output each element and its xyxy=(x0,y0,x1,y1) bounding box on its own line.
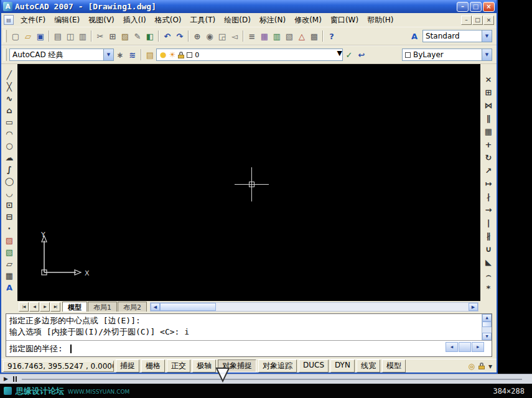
new-icon[interactable]: ▢ xyxy=(9,30,22,42)
zoom-realtime-icon[interactable]: ◉ xyxy=(203,30,216,42)
menu-help[interactable]: 帮助(H) xyxy=(363,14,398,27)
zoom-window-icon[interactable]: ◲ xyxy=(216,30,228,42)
menu-window[interactable]: 窗口(W) xyxy=(326,14,363,27)
offset-icon[interactable]: ∥ xyxy=(482,112,495,125)
tab-model[interactable]: 模型 xyxy=(62,302,87,312)
text-style-combo[interactable]: Standard ▼ xyxy=(422,30,492,42)
scrollbar-thumb[interactable] xyxy=(459,342,471,352)
menu-view[interactable]: 视图(V) xyxy=(84,14,119,27)
menu-file[interactable]: 文件(F) xyxy=(16,14,50,27)
menu-tools[interactable]: 工具(T) xyxy=(186,14,220,27)
combo-arrow-icon[interactable]: ▼ xyxy=(482,49,492,60)
menu-edit[interactable]: 编辑(E) xyxy=(50,14,84,27)
break-at-point-icon[interactable]: ∣ xyxy=(482,216,495,229)
publish-icon[interactable]: ▥ xyxy=(77,30,89,42)
menu-draw[interactable]: 绘图(D) xyxy=(220,14,255,27)
mirror-icon[interactable]: ⋈ xyxy=(482,99,495,112)
polyline-icon[interactable]: ∿ xyxy=(3,93,16,104)
stretch-icon[interactable]: ↦ xyxy=(482,177,495,190)
status-toggle-model[interactable]: 模型 xyxy=(382,359,406,373)
maximize-button[interactable]: □ xyxy=(470,2,482,12)
circle-icon[interactable]: ○ xyxy=(3,140,16,152)
arc-icon[interactable]: ◠ xyxy=(3,128,16,140)
copy-object-icon[interactable]: ⊞ xyxy=(482,86,495,99)
paste-icon[interactable]: ▨ xyxy=(119,30,131,42)
tab-layout2[interactable]: 布局2 xyxy=(118,302,147,312)
menu-dimension[interactable]: 标注(N) xyxy=(255,14,290,27)
open-icon[interactable]: ▱ xyxy=(22,30,34,42)
move-icon[interactable]: + xyxy=(482,138,495,151)
revision-cloud-icon[interactable]: ☁ xyxy=(3,152,16,164)
status-toggle-lwt[interactable]: 线宽 xyxy=(357,359,380,373)
command-window[interactable]: ▲ ▼ 指定正多边形的中心点或 [边(E)]:输入选项 [内接于圆(I)/外切于… xyxy=(6,313,492,357)
make-object-layer-current-icon[interactable]: ✓ xyxy=(343,49,355,61)
rotate-icon[interactable]: ↻ xyxy=(482,151,495,164)
scroll-left-icon[interactable]: ◀ xyxy=(446,342,458,352)
status-toggle-polar[interactable]: 极轴 xyxy=(192,359,216,373)
scale-icon[interactable]: ↗ xyxy=(482,164,495,177)
menu-insert[interactable]: 插入(I) xyxy=(119,14,151,27)
workspace-combo[interactable]: AutoCAD 经典 ▼ xyxy=(9,49,114,61)
status-toggle-snap[interactable]: 捕捉 xyxy=(116,359,139,373)
tab-scroll-last[interactable]: ▶| xyxy=(50,302,60,312)
fillet-icon[interactable]: ⌢ xyxy=(482,269,495,282)
join-icon[interactable]: ∪ xyxy=(482,243,495,256)
minimize-button[interactable]: – xyxy=(457,2,469,12)
table-icon[interactable]: ▦ xyxy=(3,270,16,282)
rectangle-icon[interactable]: ▭ xyxy=(3,116,16,128)
coordinates-display[interactable]: 916.7463, 395.5247 , 0.0000 xyxy=(3,361,114,372)
menu-format[interactable]: 格式(O) xyxy=(151,14,186,27)
layer-previous-icon[interactable]: ↩ xyxy=(355,49,368,61)
combo-arrow-icon[interactable]: ▼ xyxy=(482,30,492,42)
designcenter-icon[interactable]: ▦ xyxy=(258,30,271,42)
layer-on-bulb-icon[interactable]: ● xyxy=(160,51,166,58)
canvas-horizontal-scrollbar[interactable]: ◀ ▶ xyxy=(150,302,478,312)
layer-state-cell[interactable]: ● ☀ 0 ▼ xyxy=(156,49,343,61)
close-button[interactable]: × xyxy=(483,2,495,12)
save-icon[interactable]: ▣ xyxy=(34,30,47,42)
status-toggle-ducs[interactable]: DUCS xyxy=(299,359,329,373)
doc-restore-button[interactable]: □ xyxy=(472,16,483,25)
chamfer-icon[interactable]: ◣ xyxy=(482,256,495,269)
make-block-icon[interactable]: ⊟ xyxy=(3,211,16,223)
polygon-icon[interactable]: ⌂ xyxy=(3,104,16,116)
drawing-canvas[interactable]: Y X xyxy=(17,64,480,301)
zoom-previous-icon[interactable]: ◅ xyxy=(228,30,241,42)
spline-icon[interactable]: ∫ xyxy=(3,164,16,175)
erase-icon[interactable]: × xyxy=(482,73,495,86)
trim-icon[interactable]: ∤ xyxy=(482,190,495,203)
layer-color-swatch[interactable] xyxy=(187,52,192,58)
tab-scroll-first[interactable]: |◀ xyxy=(19,302,29,312)
command-vertical-scrollbar[interactable]: ▲ ▼ xyxy=(482,314,492,340)
undo-icon[interactable]: ↶ xyxy=(161,30,174,42)
tray-chevron-icon[interactable]: ▾ xyxy=(488,363,492,370)
copy-icon[interactable]: ⊞ xyxy=(106,30,119,42)
scroll-down-icon[interactable]: ▼ xyxy=(482,333,492,340)
combo-arrow-icon[interactable]: ▼ xyxy=(103,49,113,60)
command-prompt[interactable]: 指定圆的半径: ◀ ▶ xyxy=(6,341,492,356)
redo-icon[interactable]: ↷ xyxy=(174,30,186,42)
title-bar[interactable]: A AutoCAD 2007 - [Drawing1.dwg] –□× xyxy=(1,0,497,13)
toolbar-grip[interactable] xyxy=(4,49,7,61)
construction-line-icon[interactable]: ╳ xyxy=(3,81,16,93)
my-workspace-icon[interactable]: ≋ xyxy=(126,49,139,61)
play-icon[interactable]: ▶ xyxy=(4,376,8,382)
tab-layout1[interactable]: 布局1 xyxy=(88,302,117,312)
region-icon[interactable]: ▱ xyxy=(3,258,16,270)
match-properties-icon[interactable]: ✎ xyxy=(131,30,144,42)
layer-lock-icon[interactable] xyxy=(178,52,184,58)
layer-combo-arrow-icon[interactable]: ▼ xyxy=(337,49,342,60)
cut-icon[interactable]: ✂ xyxy=(94,30,106,42)
toolbar-lock-icon[interactable] xyxy=(478,363,485,369)
line-icon[interactable]: ╱ xyxy=(3,69,16,81)
scroll-up-icon[interactable]: ▲ xyxy=(482,314,492,322)
status-toggle-otrack[interactable]: 对象追踪 xyxy=(258,359,297,373)
scrollbar-thumb[interactable] xyxy=(482,322,492,327)
pan-icon[interactable]: ⊕ xyxy=(191,30,203,42)
status-toggle-grid[interactable]: 栅格 xyxy=(141,359,165,373)
scrollbar-thumb[interactable] xyxy=(160,303,216,311)
menu-modify[interactable]: 修改(M) xyxy=(290,14,326,27)
layer-properties-manager-icon[interactable]: ▤ xyxy=(144,49,156,61)
array-icon[interactable]: ▦ xyxy=(482,125,495,138)
scroll-right-icon[interactable]: ▶ xyxy=(472,342,484,352)
